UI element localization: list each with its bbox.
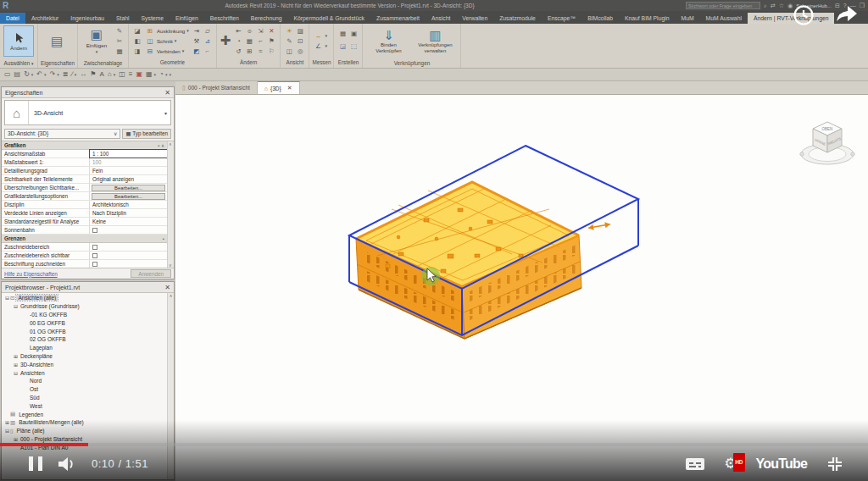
instance-selector[interactable]: 3D-Ansicht: {3D}∨: [4, 129, 120, 139]
aligned-dimension-icon[interactable]: ↔: [80, 69, 86, 80]
measure-dropdown[interactable]: ↔▾: [313, 31, 327, 41]
type-selector[interactable]: ⌂ 3D-Ansicht ▾: [4, 100, 171, 125]
settings-gear-icon[interactable]: ⚙HD: [724, 456, 737, 473]
open-icon[interactable]: ▭: [4, 69, 11, 80]
create-group-icon[interactable]: ▦: [337, 29, 348, 38]
apply-button[interactable]: Anwenden: [131, 269, 171, 278]
tab-zusatzmodule[interactable]: Zusatzmodule: [493, 13, 542, 24]
demolish-icon[interactable]: ⚒: [192, 36, 202, 46]
help-search-input[interactable]: [686, 2, 760, 9]
group-grenzen[interactable]: Grenzen▪: [2, 235, 167, 243]
tree-item-nord[interactable]: Nord: [2, 377, 174, 385]
delete-icon[interactable]: ✕: [266, 26, 276, 36]
prop-row[interactable]: Zuschneidebereich sichtbar: [2, 252, 167, 260]
tab-stahl[interactable]: Stahl: [110, 13, 136, 24]
align-icon[interactable]: ⇤: [233, 26, 243, 36]
qat-customize-icon[interactable]: ▾: [169, 72, 171, 77]
move-icon[interactable]: ✚: [220, 34, 231, 47]
group-grafiken[interactable]: Grafiken▪ ∧: [2, 141, 167, 150]
properties-toggle-button[interactable]: ▤: [42, 25, 72, 57]
override-graphics-icon[interactable]: ▨: [295, 26, 305, 36]
volume-icon[interactable]: [58, 456, 76, 472]
prop-row[interactable]: Grafikdarstellungsoptionen Bearbeiten...: [2, 192, 167, 201]
close-view-tab-icon[interactable]: ✕: [287, 85, 292, 91]
linework-icon[interactable]: ✎: [284, 36, 294, 46]
switch-windows-icon[interactable]: ▦: [146, 69, 153, 80]
tree-item-level[interactable]: -01 KG OKFFB: [2, 311, 174, 319]
text-icon[interactable]: A: [100, 69, 104, 80]
reveal-icon[interactable]: ◎: [295, 47, 305, 56]
hide-temporary-icon[interactable]: ☀: [284, 26, 294, 36]
tab-koerpermodell[interactable]: Körpermodell & Grundstück: [288, 13, 371, 24]
array-icon[interactable]: ⊞: [244, 47, 254, 56]
copy-icon[interactable]: ▦: [114, 47, 125, 56]
hide-element-icon[interactable]: ⊡: [295, 36, 305, 46]
crop-region-checkbox[interactable]: [92, 245, 97, 250]
tree-item-ansichten[interactable]: ⊟Ansichten: [2, 368, 174, 377]
trim-icon[interactable]: ⌐: [255, 36, 265, 46]
unjoin-icon[interactable]: ⌐: [203, 47, 213, 56]
paste-button[interactable]: ▣ Einfügen ▾: [81, 25, 112, 57]
prop-row[interactable]: Ansichtsmaßstab 1 : 100: [2, 150, 167, 158]
tab-systeme[interactable]: Systeme: [136, 13, 170, 24]
captions-icon[interactable]: [685, 456, 705, 473]
watch-later-icon[interactable]: [792, 3, 815, 27]
thin-lines-icon[interactable]: ≡: [129, 69, 133, 80]
prop-row[interactable]: Disziplin Architektonisch: [2, 201, 167, 209]
match-type-icon[interactable]: ✎: [114, 26, 125, 36]
annotation-crop-checkbox[interactable]: [92, 262, 97, 267]
close-hidden-windows-icon[interactable]: ▣: [136, 69, 142, 80]
favorites-star-icon[interactable]: ☆: [779, 2, 784, 9]
properties-scrollbar[interactable]: ∧∨: [167, 141, 174, 268]
tab-architektur[interactable]: Architektur: [25, 13, 64, 24]
edit-type-button[interactable]: ▦ Typ bearbeiten: [122, 129, 171, 139]
tree-item-level[interactable]: 01 OG OKFFB: [2, 327, 174, 335]
measure-qat-icon[interactable]: ∕: [71, 69, 72, 80]
prop-row[interactable]: Standardanzeigestil für Analyse Keine: [2, 218, 167, 226]
save-icon[interactable]: ▤: [14, 69, 21, 80]
tree-item-sued[interactable]: Süd: [2, 394, 174, 402]
restore-icon[interactable]: ❒: [860, 2, 865, 9]
prop-row[interactable]: Sonnenbahn: [2, 226, 167, 235]
prop-row[interactable]: Zuschneidebereich: [2, 243, 167, 252]
beam-join-icon[interactable]: ⊿: [203, 36, 213, 46]
scale-icon[interactable]: ⇲: [255, 26, 265, 36]
manage-links-button[interactable]: ▥ Verknüpfungen verwalten: [413, 25, 457, 57]
ausklinkung-dropdown[interactable]: ⊞ Ausklinkung▾: [145, 26, 189, 36]
link-tool-icon[interactable]: ⇥: [192, 26, 202, 36]
sonnenbahn-checkbox[interactable]: [92, 228, 97, 233]
tab-zusammenarbeit[interactable]: Zusammenarbeit: [370, 13, 426, 24]
drawing-canvas[interactable]: OBEN VORNE RECHTS: [175, 95, 868, 481]
tab-mum-auswahl[interactable]: MuM Auswahl: [700, 13, 748, 24]
print-icon[interactable]: ≣: [63, 69, 69, 80]
tab-ansicht[interactable]: Ansicht: [426, 13, 456, 24]
prop-row[interactable]: Überschreibungen Sichtbarke... Bearbeite…: [2, 184, 167, 192]
cutaway-icon[interactable]: ◫: [284, 47, 294, 56]
view-tab-startansicht[interactable]: ▯ 000 - Projekt Startansicht: [175, 81, 258, 94]
building-model[interactable]: [356, 182, 581, 339]
paint-icon[interactable]: ◨: [132, 47, 142, 56]
dimension-dropdown[interactable]: ∠▾: [313, 41, 327, 51]
properties-close-icon[interactable]: ✕: [164, 89, 170, 97]
section-icon[interactable]: ◫: [119, 69, 125, 80]
tree-item-level[interactable]: 00 EG OKFFB: [2, 318, 174, 327]
pin-icon[interactable]: ⚑: [266, 36, 276, 46]
cope-icon[interactable]: ◪: [132, 26, 142, 36]
view-tab-3d[interactable]: ⌂ {3D} ✕: [258, 81, 300, 94]
mirror-icon[interactable]: ⌯: [244, 26, 254, 36]
share-icon[interactable]: [834, 3, 860, 24]
tab-knauf-bim[interactable]: Knauf BIM Plugin: [619, 13, 676, 24]
pause-button[interactable]: [29, 456, 42, 471]
tree-item-plaene[interactable]: ⊟▯ Pläne (alle): [2, 427, 174, 435]
copy-modify-icon[interactable]: ▦: [244, 36, 254, 46]
tab-enscape[interactable]: Enscape™: [542, 13, 581, 24]
tree-item-level[interactable]: 02 OG OKFFB: [2, 335, 174, 344]
model-view[interactable]: [175, 95, 868, 481]
bind-link-button[interactable]: ⇓ Binden Verknüpfen: [366, 25, 410, 57]
tree-item-3d-ansichten[interactable]: ⊞3D-Ansichten: [2, 360, 174, 368]
offset-icon[interactable]: ◔: [233, 36, 243, 46]
properties-help-link[interactable]: Hilfe zu Eigenschaften: [4, 271, 58, 277]
cut-icon[interactable]: ✂: [114, 36, 125, 46]
split-face-icon[interactable]: ▱: [203, 26, 213, 36]
create-assembly-icon[interactable]: ▣: [348, 29, 359, 38]
